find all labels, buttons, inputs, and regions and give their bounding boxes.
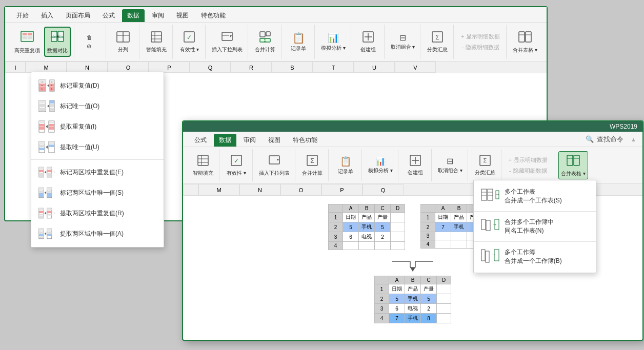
svg-rect-60: [39, 121, 45, 123]
tab-data[interactable]: 数据: [122, 9, 145, 22]
create-group-button[interactable]: 创建组: [355, 29, 381, 55]
front-fill-button[interactable]: 智能填充: [190, 152, 216, 178]
front-create-group-button[interactable]: 创建组: [402, 153, 428, 178]
search-icon: 🔍: [586, 135, 594, 143]
tab-start[interactable]: 开始: [11, 9, 34, 22]
front-subtotal-button[interactable]: Σ 分类汇总: [472, 153, 498, 178]
svg-rect-144: [481, 219, 486, 230]
highlight-dup-button[interactable]: 高亮重复项: [12, 27, 42, 57]
svg-rect-79: [39, 173, 44, 177]
front-show-detail-button[interactable]: + 显示明细数据: [506, 155, 551, 165]
svg-rect-110: [39, 234, 44, 236]
front-detail-group: + 显示明细数据 - 隐藏明细数据: [502, 149, 554, 181]
svg-rect-22: [260, 32, 265, 37]
merge-table-button[interactable]: 合并表格 ▾: [511, 28, 539, 55]
subtotal-icon: Σ: [431, 30, 444, 45]
extract-unique-label: 提取唯一值(U): [60, 143, 99, 152]
front-sim-button[interactable]: 📊 模拟分析 ▾: [366, 155, 395, 176]
col-header-o: O: [108, 61, 149, 73]
merge-workbook-same-item[interactable]: → 合并多个工作簿中 同名工作表(N): [474, 214, 596, 239]
front-sim-label: 模拟分析 ▾: [368, 167, 393, 174]
data-compare-label: 数据对比: [47, 47, 68, 54]
svg-rect-2: [28, 33, 32, 35]
extract-unique-item[interactable]: 提取唯一值(U): [31, 137, 164, 157]
svg-rect-148: [481, 250, 485, 261]
front-ungroup-button[interactable]: ⊟ 取消组合 ▾: [436, 155, 465, 176]
extract-two-dup-icon: →: [38, 207, 55, 220]
merge-workbooks-one-item[interactable]: → 多个工作簿 合并成一个工作簿(B): [474, 244, 596, 270]
svg-rect-132: [567, 155, 573, 166]
sim-button[interactable]: 📊 模拟分析 ▾: [319, 31, 348, 53]
front-record-icon: 📋: [340, 156, 351, 167]
show-detail-button[interactable]: + 显示明细数据: [458, 32, 503, 42]
fill-icon: [150, 30, 163, 45]
front-insert-dropdown-label: 插入下拉列表: [259, 170, 290, 177]
hide-detail-icon: -: [461, 44, 464, 50]
ungroup-button[interactable]: ⊟ 取消组合 ▾: [389, 31, 417, 52]
merge-workbook-same-text: 合并多个工作簿中 同名工作表(N): [505, 218, 554, 235]
split-button[interactable]: 分列: [110, 29, 136, 55]
front-row-header-blank: [183, 184, 198, 195]
front-col-m: M: [198, 184, 239, 195]
mark-dup-item[interactable]: a b b a b b 标记重复值(D): [31, 75, 164, 96]
collapse-icon[interactable]: ▲: [631, 136, 636, 142]
svg-rect-58: [50, 108, 54, 111]
insert-dropdown-button[interactable]: 插入下拉列表: [210, 29, 245, 55]
extract-two-dup-item[interactable]: → 提取两区域中重复值(R): [31, 203, 164, 223]
data-compare-button[interactable]: abc abc 数据对比: [44, 27, 71, 57]
front-hide-detail-button[interactable]: - 隐藏明细数据: [506, 166, 550, 176]
svg-rect-96: [39, 208, 44, 210]
svg-rect-133: [574, 155, 579, 166]
subtotal-group: Σ 分类汇总: [421, 25, 454, 59]
front-subtotal-icon: Σ: [479, 154, 491, 168]
tab-review[interactable]: 审阅: [147, 9, 169, 22]
front-tab-view[interactable]: 视图: [263, 134, 286, 147]
front-insert-dropdown-button[interactable]: 插入下拉列表: [257, 152, 292, 178]
svg-rect-98: [39, 214, 44, 216]
col-header-q: Q: [190, 61, 231, 73]
tab-view[interactable]: 视图: [171, 9, 194, 22]
tab-layout[interactable]: 页面布局: [61, 9, 95, 22]
reject-dup-button[interactable]: ⊘: [84, 42, 97, 51]
tab-insert[interactable]: 插入: [36, 9, 58, 22]
front-tab-special[interactable]: 特色功能: [288, 134, 323, 147]
dup-group: 高亮重复项 abc abc 数据对比: [9, 25, 74, 59]
front-tab-formula[interactable]: 公式: [189, 134, 212, 147]
svg-rect-62: [39, 127, 45, 130]
mark-two-dup-item[interactable]: → 标记两区域中重复值(E): [31, 162, 164, 182]
merge-calc-button[interactable]: Σ 合并计算: [252, 29, 278, 55]
svg-rect-75: [49, 145, 54, 147]
front-record-button[interactable]: 📋 记录单: [333, 154, 358, 177]
subtotal-label: 分类汇总: [427, 46, 448, 53]
front-fill-icon: [196, 154, 210, 169]
svg-marker-124: [277, 159, 279, 161]
extract-dup-item[interactable]: 提取重复值(I): [31, 116, 164, 137]
front-tab-review[interactable]: 审阅: [238, 134, 261, 147]
front-validity-button[interactable]: ✓ 有效性 ▾: [224, 152, 249, 178]
merge-sheets-one-item[interactable]: → 多个工作表 合并成一个工作表(S): [474, 183, 596, 209]
front-tab-data[interactable]: 数据: [214, 134, 236, 147]
subtotal-button[interactable]: Σ 分类汇总: [425, 29, 450, 55]
tab-special[interactable]: 特色功能: [196, 9, 231, 22]
tab-formula[interactable]: 公式: [97, 9, 120, 22]
validity-button[interactable]: ✓ 有效性 ▾: [176, 29, 202, 55]
row-header-blank: I: [5, 61, 26, 73]
fill-button[interactable]: 智能填充: [144, 29, 169, 55]
extract-two-unique-item[interactable]: 提取两区域中唯一值(A): [31, 223, 164, 244]
svg-text:Σ: Σ: [264, 38, 267, 43]
mark-unique-item[interactable]: 标记唯一值(O): [31, 96, 164, 116]
svg-rect-1: [23, 33, 27, 35]
record-button[interactable]: 📋 记录单: [286, 30, 311, 54]
front-merge-calc-button[interactable]: Σ 合并计算: [299, 152, 325, 178]
data-compare-icon: abc abc: [50, 29, 65, 46]
hide-detail-button[interactable]: - 隐藏明细数据: [458, 43, 502, 52]
fill-group: 智能填充: [140, 25, 173, 59]
show-detail-icon: +: [461, 33, 464, 39]
front-merge-table-button[interactable]: 合并表格 ▾: [558, 151, 588, 179]
remove-dup-button[interactable]: 🗑: [84, 33, 97, 42]
show-detail-label: 显示明细数据: [466, 33, 500, 40]
ungroup-label: 取消组合 ▾: [391, 44, 415, 51]
split-icon: [116, 30, 130, 45]
front-hide-detail-icon: -: [509, 168, 511, 174]
mark-two-unique-item[interactable]: 标记两区域中唯一值(S): [31, 182, 164, 203]
